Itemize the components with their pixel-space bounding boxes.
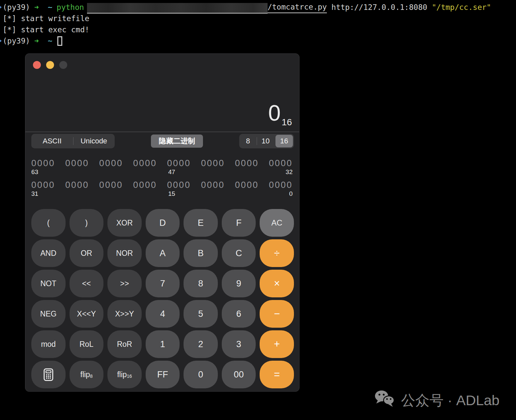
key-and[interactable]: AND	[31, 239, 66, 267]
bit-group[interactable]: 0000	[167, 180, 191, 190]
hide-binary-button[interactable]: 隐藏二进制	[151, 135, 203, 148]
key-nor[interactable]: NOR	[107, 239, 142, 267]
key-5[interactable]: 5	[184, 300, 218, 328]
zoom-button[interactable]	[59, 61, 67, 69]
key-label: E	[198, 218, 204, 228]
bit-group[interactable]: 0000	[201, 158, 225, 168]
key-label: 5	[198, 309, 203, 319]
close-button[interactable]	[33, 61, 41, 69]
key-c[interactable]: C	[222, 239, 256, 267]
terminal-prompt-line: (py39) ➜ ~	[3, 35, 491, 46]
prompt-arrow: ➜	[34, 2, 39, 13]
key-flip16[interactable]: flip16	[107, 361, 142, 388]
key-2[interactable]: 2	[184, 330, 218, 358]
key-close-paren[interactable]: )	[70, 209, 104, 237]
key-label: FF	[157, 370, 168, 380]
key-9[interactable]: 9	[222, 270, 256, 297]
bit-group[interactable]: 0000	[99, 158, 123, 168]
key-label: 8	[198, 279, 203, 289]
base-segmented-control: 81016	[239, 134, 294, 148]
key-subtract[interactable]: −	[260, 300, 294, 328]
key-label: X>>Y	[115, 310, 134, 318]
key-ac[interactable]: AC	[260, 209, 294, 237]
key-label: A	[159, 248, 165, 258]
display-value: 0	[268, 100, 281, 125]
key-label: 1	[160, 339, 165, 349]
bit-index-label: 32	[286, 168, 293, 180]
display-base-subscript: 16	[282, 117, 292, 127]
bit-group[interactable]: 0000	[201, 180, 225, 190]
segment-ascii[interactable]: ASCII	[31, 134, 73, 148]
key-label: ÷	[274, 247, 280, 259]
minimize-button[interactable]	[46, 61, 54, 69]
command-argument: "/tmp/cc.ser"	[432, 2, 491, 13]
key-7[interactable]: 7	[146, 270, 180, 297]
segment-base-10[interactable]: 10	[257, 134, 274, 148]
key-6[interactable]: 6	[222, 300, 256, 328]
key-4[interactable]: 4	[146, 300, 180, 328]
key-00[interactable]: 00	[222, 361, 256, 388]
key-multiply[interactable]: ×	[260, 270, 294, 297]
bit-group[interactable]: 0000	[31, 180, 55, 190]
watermark: 公众号 · ADLab	[374, 390, 500, 411]
key-label: (	[47, 219, 50, 227]
bit-group[interactable]: 0000	[65, 180, 89, 190]
key-label: NOT	[41, 279, 57, 288]
conda-env-label: (py39)	[3, 2, 30, 13]
key-f[interactable]: F	[222, 209, 256, 237]
bit-index-label: 47	[168, 168, 175, 176]
segment-base-8[interactable]: 8	[239, 134, 257, 148]
key-mod[interactable]: mod	[31, 330, 66, 358]
key-not[interactable]: NOT	[31, 270, 66, 297]
key-shift-left[interactable]: <<	[70, 270, 104, 297]
terminal-cursor[interactable]	[57, 36, 62, 46]
key-xor[interactable]: XOR	[107, 209, 142, 237]
key-0[interactable]: 0	[184, 361, 218, 388]
key-ff[interactable]: FF	[146, 361, 180, 388]
binary-row-0: 00000000000000000000000000000000	[31, 158, 293, 168]
calculator-display: 016	[268, 100, 292, 128]
bit-group[interactable]: 0000	[133, 180, 157, 190]
key-divide[interactable]: ÷	[260, 239, 294, 267]
bit-group[interactable]: 0000	[133, 158, 157, 168]
key-label: <<	[82, 279, 91, 288]
segment-base-16[interactable]: 16	[275, 135, 293, 147]
key-x-shift-right-y[interactable]: X>>Y	[107, 300, 142, 328]
key-e[interactable]: E	[184, 209, 218, 237]
key-open-paren[interactable]: (	[31, 209, 66, 237]
segment-unicode[interactable]: Unicode	[73, 134, 115, 148]
key-x-shift-left-y[interactable]: X<<Y	[70, 300, 104, 328]
key-label-subscript: 16	[127, 374, 132, 379]
bit-group[interactable]: 0000	[65, 158, 89, 168]
key-8[interactable]: 8	[184, 270, 218, 297]
key-label: OR	[81, 249, 92, 258]
key-rol[interactable]: RoL	[70, 330, 104, 358]
key-d[interactable]: D	[146, 209, 180, 237]
key-flip8[interactable]: flip8	[70, 361, 104, 388]
key-add[interactable]: +	[260, 330, 294, 358]
bit-group[interactable]: 0000	[269, 158, 293, 168]
key-shift-right[interactable]: >>	[107, 270, 142, 297]
key-show-basic[interactable]	[31, 361, 66, 388]
bit-group[interactable]: 0000	[99, 180, 123, 190]
bit-group[interactable]: 0000	[167, 158, 191, 168]
conda-env-label: (py39)	[3, 35, 30, 46]
key-neg[interactable]: NEG	[31, 300, 66, 328]
key-label: flip	[80, 370, 90, 379]
key-label: XOR	[116, 219, 133, 227]
key-b[interactable]: B	[184, 239, 218, 267]
key-ror[interactable]: RoR	[107, 330, 142, 358]
terminal-prompt-line: (py39) ➜ ~ python /tomcatrce.py http://1…	[3, 2, 491, 13]
bit-group[interactable]: 0000	[235, 180, 259, 190]
key-a[interactable]: A	[146, 239, 180, 267]
key-1[interactable]: 1	[146, 330, 180, 358]
key-3[interactable]: 3	[222, 330, 256, 358]
bit-group[interactable]: 0000	[31, 158, 55, 168]
key-equals[interactable]: =	[260, 361, 294, 388]
binary-row-1: 00000000000000000000000000000000	[31, 180, 293, 190]
key-label: mod	[41, 340, 56, 349]
key-label: AC	[272, 218, 282, 227]
bit-group[interactable]: 0000	[269, 180, 293, 190]
bit-group[interactable]: 0000	[235, 158, 259, 168]
key-or[interactable]: OR	[70, 239, 104, 267]
